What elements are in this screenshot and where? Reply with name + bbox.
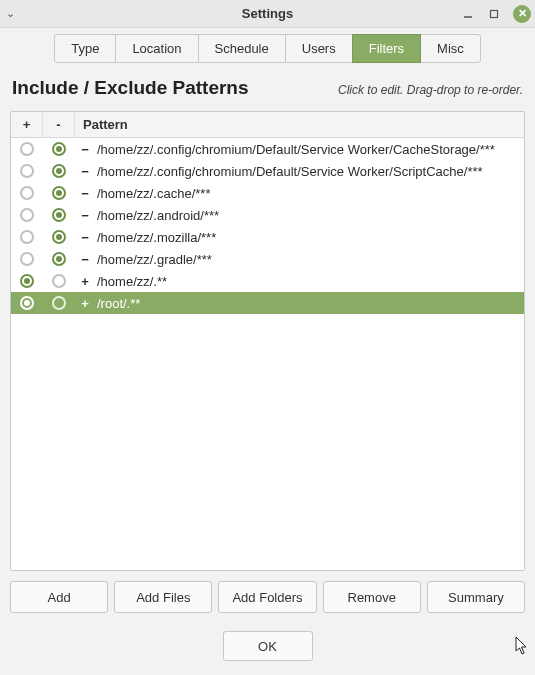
pattern-sign: − [79, 164, 91, 179]
tab-location[interactable]: Location [115, 34, 198, 63]
exclude-radio[interactable] [52, 142, 66, 156]
remove-button[interactable]: Remove [323, 581, 421, 613]
table-row[interactable]: +/home/zz/.** [11, 270, 524, 292]
tab-filters[interactable]: Filters [352, 34, 421, 63]
ok-button[interactable]: OK [223, 631, 313, 661]
minimize-button[interactable] [461, 7, 475, 21]
table-row[interactable]: −/home/zz/.mozilla/*** [11, 226, 524, 248]
table-row[interactable]: −/home/zz/.config/chromium/Default/Servi… [11, 138, 524, 160]
pattern-sign: + [79, 274, 91, 289]
exclude-radio[interactable] [52, 164, 66, 178]
maximize-button[interactable] [487, 7, 501, 21]
pattern-path: /home/zz/.mozilla/*** [97, 230, 216, 245]
include-radio[interactable] [20, 274, 34, 288]
pattern-sign: + [79, 296, 91, 311]
column-header-include[interactable]: + [11, 112, 43, 137]
table-row[interactable]: −/home/zz/.gradle/*** [11, 248, 524, 270]
include-radio[interactable] [20, 142, 34, 156]
table-row[interactable]: −/home/zz/.android/*** [11, 204, 524, 226]
include-radio[interactable] [20, 252, 34, 266]
column-header-exclude[interactable]: - [43, 112, 75, 137]
pattern-sign: − [79, 252, 91, 267]
exclude-radio[interactable] [52, 186, 66, 200]
tab-schedule[interactable]: Schedule [198, 34, 286, 63]
summary-button[interactable]: Summary [427, 581, 525, 613]
tab-users[interactable]: Users [285, 34, 353, 63]
tab-misc[interactable]: Misc [420, 34, 481, 63]
include-radio[interactable] [20, 296, 34, 310]
exclude-radio[interactable] [52, 208, 66, 222]
svg-rect-1 [491, 10, 498, 17]
column-header-pattern[interactable]: Pattern [75, 112, 524, 137]
tab-type[interactable]: Type [54, 34, 116, 63]
include-radio[interactable] [20, 230, 34, 244]
pattern-path: /home/zz/.android/*** [97, 208, 219, 223]
add-button[interactable]: Add [10, 581, 108, 613]
pattern-path: /home/zz/.** [97, 274, 167, 289]
pattern-sign: − [79, 230, 91, 245]
menu-chevron-icon[interactable]: ⌄ [6, 7, 15, 20]
hint-text: Click to edit. Drag-drop to re-order. [338, 83, 523, 97]
pattern-sign: − [79, 208, 91, 223]
pattern-sign: − [79, 186, 91, 201]
exclude-radio[interactable] [52, 252, 66, 266]
exclude-radio[interactable] [52, 296, 66, 310]
pattern-sign: − [79, 142, 91, 157]
table-row[interactable]: −/home/zz/.cache/*** [11, 182, 524, 204]
include-radio[interactable] [20, 208, 34, 222]
exclude-radio[interactable] [52, 230, 66, 244]
patterns-table: + - Pattern −/home/zz/.config/chromium/D… [10, 111, 525, 571]
window-title: Settings [242, 6, 293, 21]
close-button[interactable]: ✕ [513, 5, 531, 23]
pattern-path: /home/zz/.gradle/*** [97, 252, 212, 267]
table-row[interactable]: −/home/zz/.config/chromium/Default/Servi… [11, 160, 524, 182]
pattern-path: /home/zz/.config/chromium/Default/Servic… [97, 142, 495, 157]
pattern-path: /home/zz/.config/chromium/Default/Servic… [97, 164, 483, 179]
page-title: Include / Exclude Patterns [12, 77, 249, 99]
pattern-path: /root/.** [97, 296, 140, 311]
include-radio[interactable] [20, 186, 34, 200]
pattern-path: /home/zz/.cache/*** [97, 186, 210, 201]
include-radio[interactable] [20, 164, 34, 178]
add-folders-button[interactable]: Add Folders [218, 581, 316, 613]
exclude-radio[interactable] [52, 274, 66, 288]
table-row[interactable]: +/root/.** [11, 292, 524, 314]
add-files-button[interactable]: Add Files [114, 581, 212, 613]
